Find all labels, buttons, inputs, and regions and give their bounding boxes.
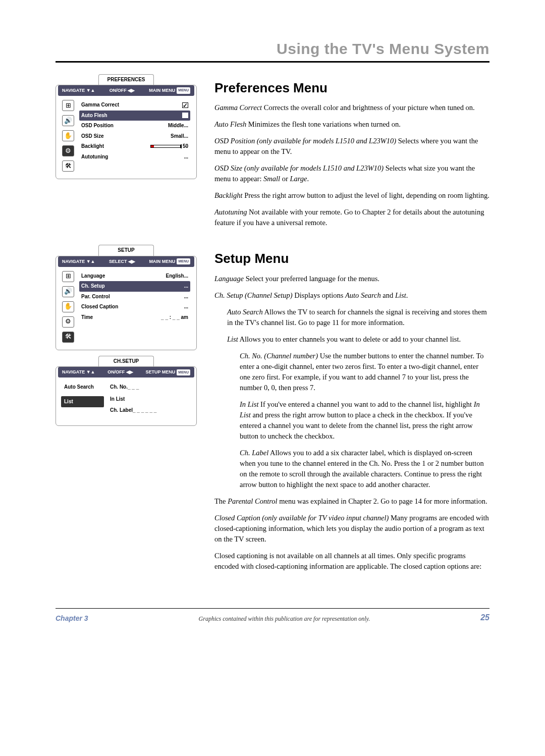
left-column: SETUP NAVIGATE ▼▲ SELECT ◀▶ MAIN MENU ME… bbox=[56, 249, 197, 578]
chsetup-right-list: Ch. No._ _ _ In List Ch. Label_ _ _ _ _ … bbox=[108, 382, 191, 416]
list-item: List bbox=[61, 396, 104, 408]
chsetup-navbar: NAVIGATE ▼▲ ON/OFF ◀▶ SETUP MENU MENU bbox=[58, 367, 194, 377]
list-item: Par. Control... bbox=[79, 292, 190, 302]
list-item: LanguageEnglish... bbox=[79, 271, 190, 282]
paragraph: Backlight Press the right arrow button t… bbox=[214, 190, 489, 201]
paragraph: List Allows you to enter channels you wa… bbox=[227, 334, 489, 345]
nav-setupmenu: SETUP MENU MENU bbox=[146, 369, 190, 375]
footer-page-number: 25 bbox=[480, 612, 489, 623]
list-item: OSD PositionMiddle... bbox=[79, 121, 190, 131]
preferences-heading: Preferences Menu bbox=[214, 79, 489, 98]
preferences-navbar: NAVIGATE ▼▲ ON/OFF ◀▶ MAIN MENU MENU bbox=[58, 85, 194, 96]
paragraph: In List If you've entered a channel you … bbox=[240, 399, 489, 442]
list-item: Gamma Correct bbox=[79, 100, 190, 111]
checkbox-icon bbox=[182, 113, 188, 118]
setup-menu-widget: NAVIGATE ▼▲ SELECT ◀▶ MAIN MENU MENU ⊞ 🔊… bbox=[56, 256, 197, 350]
setup-heading: Setup Menu bbox=[214, 249, 489, 268]
right-column: Preferences Menu Gamma Correct Corrects … bbox=[214, 79, 489, 235]
preferences-items: Gamma Correct Auto Flesh OSD PositionMid… bbox=[79, 100, 190, 172]
section-title: Using the TV's Menu System bbox=[56, 38, 489, 61]
list-item: OSD SizeSmall... bbox=[79, 131, 190, 142]
paragraph: Ch. Label Allows you to add a six charac… bbox=[240, 448, 489, 490]
setup-tab: SETUP bbox=[98, 245, 154, 256]
list-item: Auto Flesh bbox=[79, 111, 190, 121]
menu-icon-rail: ⊞ 🔊 ✋ ⚙ 🛠 bbox=[62, 271, 74, 343]
chsetup-menu-widget: NAVIGATE ▼▲ ON/OFF ◀▶ SETUP MENU MENU Au… bbox=[56, 366, 197, 426]
footer-chapter: Chapter 3 bbox=[56, 613, 88, 623]
paragraph: OSD Position (only available for models … bbox=[214, 136, 489, 157]
section-header: Using the TV's Menu System bbox=[56, 38, 489, 63]
icon-rail-item: ⊞ bbox=[62, 100, 74, 111]
nav-navigate: NAVIGATE ▼▲ bbox=[62, 258, 95, 265]
paragraph: Gamma Correct Corrects the overall color… bbox=[214, 102, 489, 113]
list-item: Closed Caption... bbox=[79, 302, 190, 312]
paragraph: Autotuning Not available with your remot… bbox=[214, 207, 489, 228]
list-item: Ch. Setup... bbox=[79, 281, 190, 292]
icon-rail-item: ⚙ bbox=[62, 316, 74, 328]
nav-mainmenu: MAIN MENU MENU bbox=[149, 258, 190, 265]
checkbox-icon bbox=[125, 395, 131, 401]
list-item: Auto Search bbox=[61, 382, 104, 393]
left-column: PREFERENCES NAVIGATE ▼▲ ON/OFF ◀▶ MAIN M… bbox=[56, 79, 197, 235]
paragraph: Ch. Setup (Channel Setup) Displays optio… bbox=[214, 290, 489, 301]
preferences-menu-widget: NAVIGATE ▼▲ ON/OFF ◀▶ MAIN MENU MENU ⊞ 🔊… bbox=[56, 85, 197, 179]
icon-rail-item: ✋ bbox=[62, 130, 74, 141]
paragraph: Auto Search Allows the TV to search for … bbox=[227, 307, 489, 328]
nav-navigate: NAVIGATE ▼▲ bbox=[62, 369, 95, 375]
paragraph: OSD Size (only available for models L151… bbox=[214, 163, 489, 184]
paragraph: Closed captioning is not available on al… bbox=[214, 551, 489, 572]
icon-rail-item: 🔊 bbox=[62, 115, 74, 126]
paragraph: Ch. No. (Channel number) Use the number … bbox=[240, 351, 489, 393]
nav-onoff: ON/OFF ◀▶ bbox=[110, 87, 135, 94]
setup-navbar: NAVIGATE ▼▲ SELECT ◀▶ MAIN MENU MENU bbox=[58, 256, 194, 267]
footer-disclaimer: Graphics contained within this publicati… bbox=[199, 615, 370, 623]
icon-rail-item: ⊞ bbox=[62, 271, 74, 282]
list-item: Ch. Label_ _ _ _ _ _ bbox=[108, 405, 191, 416]
preferences-tab: PREFERENCES bbox=[98, 74, 154, 85]
icon-rail-item: 🔊 bbox=[62, 286, 74, 297]
paragraph: Language Select your preferred language … bbox=[214, 274, 489, 284]
list-item: Autotuning... bbox=[79, 152, 190, 163]
list-item: Backlight50 bbox=[79, 141, 190, 152]
icon-rail-item: ✋ bbox=[62, 301, 74, 312]
paragraph: Auto Flesh Minimizes the flesh tone vari… bbox=[214, 119, 489, 130]
chsetup-tab: CH.SETUP bbox=[98, 356, 154, 367]
paragraph: The Parental Control menu was explained … bbox=[214, 496, 489, 507]
setup-items: LanguageEnglish... Ch. Setup... Par. Con… bbox=[79, 271, 190, 343]
nav-select: SELECT ◀▶ bbox=[109, 258, 135, 265]
backlight-slider bbox=[150, 145, 181, 148]
icon-rail-item: ⚙ bbox=[62, 145, 74, 156]
nav-mainmenu: MAIN MENU MENU bbox=[149, 87, 190, 94]
checkbox-icon bbox=[182, 102, 188, 108]
list-item: Time_ _ : _ _ am bbox=[79, 312, 190, 323]
list-item: Ch. No._ _ _ bbox=[108, 382, 191, 393]
menu-icon-rail: ⊞ 🔊 ✋ ⚙ 🛠 bbox=[62, 100, 74, 172]
page-footer: Chapter 3 Graphics contained within this… bbox=[56, 608, 489, 623]
nav-navigate: NAVIGATE ▼▲ bbox=[62, 87, 95, 94]
icon-rail-item: 🛠 bbox=[62, 332, 74, 343]
right-column: Setup Menu Language Select your preferre… bbox=[214, 249, 489, 578]
chsetup-left-list: Auto Search List bbox=[61, 382, 104, 416]
paragraph: Closed Caption (only available for TV vi… bbox=[214, 513, 489, 545]
list-item: In List bbox=[108, 393, 191, 405]
nav-onoff: ON/OFF ◀▶ bbox=[107, 369, 133, 375]
icon-rail-item: 🛠 bbox=[62, 160, 74, 172]
